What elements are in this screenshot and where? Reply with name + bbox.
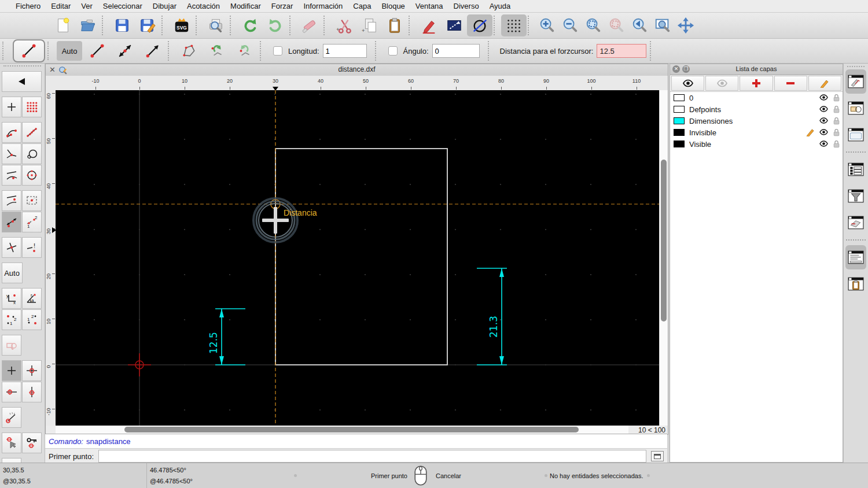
toolbar-drag-handle[interactable]	[47, 42, 53, 60]
current-tool-button[interactable]	[13, 39, 45, 62]
select-mode-button[interactable]	[2, 335, 21, 356]
layer-lock-toggle[interactable]	[833, 116, 840, 127]
save-button[interactable]	[109, 14, 135, 36]
remove-layer-button[interactable]	[774, 76, 807, 91]
dock-command-line-button[interactable]	[845, 245, 866, 269]
snap-grid-button[interactable]	[22, 97, 42, 117]
zoom-auto-button[interactable]	[582, 14, 605, 36]
snap-center-button[interactable]	[22, 165, 42, 186]
save-as-button[interactable]	[135, 14, 160, 36]
menu-ver[interactable]: Ver	[76, 2, 98, 10]
zoom-pan-button[interactable]	[674, 14, 697, 36]
layer-visibility-toggle[interactable]	[819, 94, 829, 103]
dock-library-browser-button[interactable]	[845, 123, 866, 147]
layer-lock-toggle[interactable]	[833, 105, 840, 116]
menu-modificar[interactable]: Modificar	[225, 2, 266, 10]
line-one-direction-button[interactable]	[140, 41, 165, 61]
command-keycode-toggle-button[interactable]	[651, 451, 664, 461]
order-points-b-button[interactable]: 12	[22, 309, 42, 330]
palette-drag-handle[interactable]	[3, 65, 41, 70]
undo-button[interactable]	[237, 14, 263, 36]
layer-row[interactable]: Defpoints	[670, 103, 843, 115]
restrict-vertical-button[interactable]	[22, 382, 42, 402]
line-both-directions-button[interactable]	[112, 41, 138, 61]
undo-segment-button[interactable]	[204, 41, 230, 61]
menu-fichero[interactable]: Fichero	[10, 2, 46, 10]
length-checkbox[interactable]	[273, 46, 282, 56]
menu-seleccionar[interactable]: Seleccionar	[98, 2, 148, 10]
command-input[interactable]	[98, 450, 646, 463]
horizontal-scrollbar[interactable]	[56, 426, 628, 434]
zoom-previous-button[interactable]	[628, 14, 651, 36]
menu-ventana[interactable]: Ventana	[410, 2, 448, 10]
restrict-horizontal-button[interactable]	[2, 382, 21, 402]
snap-tangent-button[interactable]	[2, 165, 21, 186]
snap-nothing-warning-button[interactable]: !	[22, 237, 42, 258]
menu-ayuda[interactable]: Ayuda	[484, 2, 516, 10]
drawing-canvas[interactable]: 12.5 21.3	[56, 90, 659, 426]
print-preview-button[interactable]	[203, 14, 229, 36]
layer-visibility-toggle[interactable]	[819, 128, 829, 138]
dock-block-list-button[interactable]	[845, 96, 866, 120]
edit-layer-button[interactable]	[808, 76, 841, 91]
layer-row[interactable]: Dimensiones	[670, 115, 843, 127]
vertical-scrollbar-thumb[interactable]	[661, 160, 667, 321]
angle-gauge-button[interactable]	[2, 407, 21, 428]
redo-segment-button[interactable]	[232, 41, 258, 61]
zoom-window-button[interactable]	[651, 14, 674, 36]
show-all-layers-button[interactable]	[671, 76, 704, 91]
menu-forzar[interactable]: Forzar	[266, 2, 299, 10]
open-file-button[interactable]	[75, 14, 101, 36]
draft-mode-button[interactable]	[442, 14, 467, 36]
add-layer-button[interactable]	[740, 76, 773, 91]
polyline-button[interactable]	[176, 41, 202, 61]
dock-selection-filter-button[interactable]	[845, 184, 866, 208]
layer-visibility-toggle[interactable]	[819, 140, 829, 149]
dock-pen-palette-button[interactable]	[845, 210, 866, 235]
zoom-selection-button[interactable]	[605, 14, 628, 36]
redo-button[interactable]	[263, 14, 288, 36]
menu-dibujar[interactable]: Dibujar	[148, 2, 182, 10]
pen-edit-button[interactable]	[416, 14, 442, 36]
angle-checkbox[interactable]	[388, 46, 398, 56]
paste-button[interactable]	[382, 14, 407, 36]
menu-informacion[interactable]: Información	[298, 2, 348, 10]
snap-distance-button[interactable]	[2, 212, 21, 232]
restrict-auto-button[interactable]: Auto	[2, 263, 23, 283]
dock-command-options-button[interactable]	[845, 157, 866, 182]
horizontal-scrollbar-thumb[interactable]	[124, 427, 579, 432]
menu-diverso[interactable]: Diverso	[448, 2, 484, 10]
snap-middle-button[interactable]	[22, 190, 42, 211]
menu-editar[interactable]: Editar	[46, 2, 76, 10]
snap-distance-entity-button[interactable]	[2, 190, 21, 211]
dock-clipboard-button[interactable]	[845, 272, 866, 296]
layer-lock-toggle[interactable]	[833, 128, 840, 139]
dock-layer-list-button[interactable]	[845, 69, 866, 94]
new-file-button[interactable]	[50, 14, 75, 36]
order-points-a-button[interactable]: 12	[2, 309, 21, 330]
layer-visibility-toggle[interactable]	[819, 117, 829, 126]
zoom-out-button[interactable]	[558, 14, 582, 36]
snap-distance-input[interactable]	[597, 44, 646, 58]
restrict-nothing-button[interactable]	[2, 360, 21, 381]
snap-free-button[interactable]	[2, 97, 21, 117]
angle-input[interactable]	[432, 44, 480, 58]
layer-visibility-toggle[interactable]	[819, 105, 829, 114]
snap-endpoints-button[interactable]	[2, 122, 21, 143]
menu-capa[interactable]: Capa	[348, 2, 376, 10]
snap-auto-button[interactable]: Auto	[57, 41, 82, 61]
layer-lock-toggle[interactable]	[833, 139, 840, 150]
coordinate-cartesian-button[interactable]: yx	[2, 288, 21, 309]
menu-acotacion[interactable]: Acotación	[182, 2, 225, 10]
toolbar-drag-handle[interactable]	[2, 42, 8, 60]
snap-perpendicular-button[interactable]	[2, 143, 21, 164]
snap-intersection-button[interactable]	[2, 237, 21, 258]
coordinate-polar-button[interactable]: ra	[22, 288, 42, 309]
snap-reference-button[interactable]	[22, 143, 42, 164]
grid-toggle-button[interactable]	[501, 14, 527, 36]
vertical-scrollbar[interactable]	[659, 90, 668, 426]
delete-button[interactable]	[297, 14, 322, 36]
layer-row-current[interactable]: Invisible	[670, 127, 843, 138]
menu-bloque[interactable]: Bloque	[376, 2, 410, 10]
snap-intersection-manual-button[interactable]: 12	[22, 212, 42, 232]
